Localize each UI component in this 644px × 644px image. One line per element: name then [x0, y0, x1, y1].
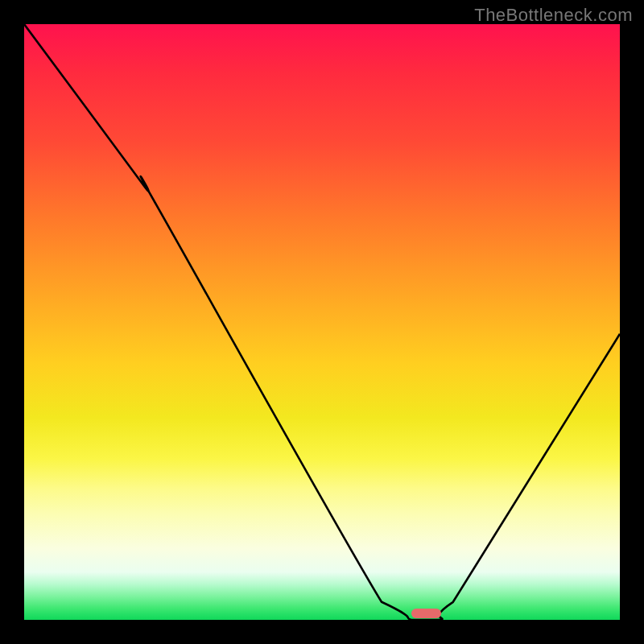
optimal-marker: [411, 609, 441, 618]
watermark-text: TheBottleneck.com: [474, 5, 633, 26]
chart-plot-area: [24, 24, 620, 620]
chart-frame: TheBottleneck.com: [0, 0, 644, 644]
curve-path: [24, 24, 620, 620]
bottleneck-curve: [24, 24, 620, 620]
